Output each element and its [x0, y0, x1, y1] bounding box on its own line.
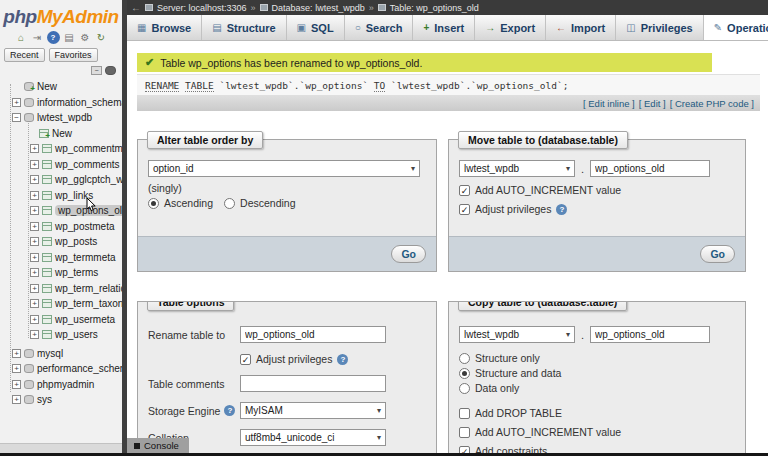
- move-table-go-button[interactable]: Go: [700, 245, 735, 263]
- database-icon: [24, 364, 34, 373]
- unlink-panel-icon[interactable]: [105, 66, 116, 75]
- sql-keyword[interactable]: TABLE: [185, 80, 214, 92]
- copy-auto-increment-label: Add AUTO_INCREMENT value: [475, 426, 621, 438]
- console-toggle[interactable]: Console: [127, 438, 189, 453]
- tab-export[interactable]: →Export: [475, 15, 546, 40]
- storage-engine-select[interactable]: MyISAM▾: [240, 402, 386, 419]
- logout-icon[interactable]: ⇥: [31, 31, 44, 44]
- tree-item-database[interactable]: +phpmyadmin: [6, 377, 122, 393]
- adjust-privileges-checkbox[interactable]: [240, 354, 251, 365]
- order-column-select[interactable]: option_id▾: [148, 160, 420, 177]
- tree-item-table[interactable]: +wp_gglcptch_whitelist: [6, 172, 122, 188]
- edit-link[interactable]: [ Edit ]: [639, 98, 666, 109]
- move-table-legend: Move table to (database.table): [458, 131, 628, 149]
- refresh-icon[interactable]: ↻: [95, 31, 108, 44]
- tree-item-table[interactable]: +wp_term_taxonomy: [6, 296, 122, 312]
- privileges-icon: ◫: [626, 22, 635, 33]
- tree-item-table[interactable]: +wp_users: [6, 327, 122, 343]
- tree-item-database[interactable]: +sys: [6, 392, 122, 408]
- move-database-select[interactable]: lwtest_wpdb▾: [459, 160, 575, 177]
- structure-only-radio[interactable]: [459, 353, 470, 364]
- table-icon: [378, 4, 386, 11]
- descending-radio[interactable]: [224, 198, 235, 209]
- tree-item-table[interactable]: +wp_usermeta: [6, 312, 122, 328]
- tab-browse[interactable]: ▦Browse: [127, 15, 202, 40]
- help-icon[interactable]: ?: [337, 354, 348, 365]
- move-table-fieldset: Move table to (database.table) lwtest_wp…: [448, 139, 746, 272]
- move-adjust-privileges-label: Adjust privileges: [475, 203, 551, 215]
- ascending-radio[interactable]: [148, 198, 159, 209]
- add-drop-table-checkbox[interactable]: [459, 408, 470, 419]
- copy-auto-increment-checkbox[interactable]: [459, 427, 470, 438]
- database-tree: New +information_schema −lwtest_wpdb New…: [0, 76, 122, 408]
- tree-item-table[interactable]: +wp_comments: [6, 157, 122, 173]
- edit-inline-link[interactable]: [ Edit inline ]: [583, 98, 635, 109]
- sql-window-icon[interactable]: ▤: [63, 31, 76, 44]
- tree-item-new-database[interactable]: New: [6, 79, 122, 95]
- tab-sql[interactable]: ▣SQL: [287, 15, 345, 40]
- search-icon: ○: [355, 22, 361, 33]
- breadcrumb-database[interactable]: Database: lwtest_wpdb: [272, 3, 365, 13]
- tab-search[interactable]: ○Search: [345, 15, 414, 40]
- help-icon[interactable]: ?: [556, 204, 567, 215]
- structure-icon: ▤: [212, 22, 221, 33]
- table-icon: [42, 284, 52, 293]
- tree-item-table[interactable]: +wp_term_relationships: [6, 281, 122, 297]
- tab-insert[interactable]: +Insert: [413, 15, 475, 40]
- data-only-label: Data only: [475, 382, 519, 394]
- tree-item-database[interactable]: +mysql: [6, 346, 122, 362]
- copy-table-name-input[interactable]: [590, 326, 710, 343]
- sql-keyword[interactable]: TO: [374, 80, 385, 92]
- rename-table-input[interactable]: [240, 326, 386, 343]
- breadcrumb-table[interactable]: Table: wp_options_old: [390, 3, 479, 13]
- sql-keyword[interactable]: RENAME: [145, 80, 179, 92]
- settings-gear-icon[interactable]: ⚙: [79, 31, 92, 44]
- move-table-name-input[interactable]: [590, 160, 710, 177]
- breadcrumb-server[interactable]: Server: localhost:3306: [157, 3, 247, 13]
- table-icon: [42, 222, 52, 231]
- tree-item-database[interactable]: +performance_schema: [6, 361, 122, 377]
- tree-item-table[interactable]: +wp_postmeta: [6, 219, 122, 235]
- back-arrow-icon[interactable]: ←: [131, 2, 141, 13]
- table-options-fieldset: Table options Rename table to Adjust pri…: [137, 301, 437, 456]
- tree-item-table[interactable]: +wp_links: [6, 188, 122, 204]
- data-only-radio[interactable]: [459, 383, 470, 394]
- tree-item-table[interactable]: +wp_terms: [6, 265, 122, 281]
- tree-item-table-selected[interactable]: +wp_options_old: [6, 203, 122, 219]
- copy-database-select[interactable]: lwtest_wpdb▾: [459, 326, 575, 343]
- tab-operations[interactable]: ✎Operations: [704, 15, 768, 40]
- tree-item-database[interactable]: −lwtest_wpdb: [6, 110, 122, 126]
- database-icon: [24, 395, 34, 404]
- create-php-code-link[interactable]: [ Create PHP code ]: [670, 98, 754, 109]
- tab-structure[interactable]: ▤Structure: [202, 15, 286, 40]
- ascending-label: Ascending: [164, 197, 213, 209]
- favorites-button[interactable]: Favorites: [49, 48, 98, 62]
- alter-order-go-button[interactable]: Go: [391, 245, 426, 263]
- help-icon[interactable]: ?: [224, 405, 235, 416]
- table-options-legend: Table options: [147, 301, 234, 311]
- tree-item-table[interactable]: +wp_termmeta: [6, 250, 122, 266]
- tree-item-new-table[interactable]: New: [6, 126, 122, 142]
- structure-and-data-radio[interactable]: [459, 368, 470, 379]
- tree-item-table[interactable]: +wp_posts: [6, 234, 122, 250]
- tab-privileges[interactable]: ◫Privileges: [616, 15, 703, 40]
- new-table-icon: [39, 129, 49, 138]
- help-icon[interactable]: ?: [47, 31, 60, 44]
- tree-item-database[interactable]: +information_schema: [6, 95, 122, 111]
- table-comments-input[interactable]: [240, 375, 386, 392]
- new-database-icon: [24, 82, 34, 91]
- tab-import[interactable]: ←Import: [546, 15, 616, 40]
- phpmyadmin-logo[interactable]: phpMyAdmin: [0, 0, 122, 28]
- collation-select[interactable]: utf8mb4_unicode_ci▾: [240, 429, 386, 446]
- move-adjust-privileges-checkbox[interactable]: [459, 204, 470, 215]
- recent-button[interactable]: Recent: [4, 48, 45, 62]
- tree-item-table[interactable]: +wp_commentmeta: [6, 141, 122, 157]
- move-auto-increment-checkbox[interactable]: [459, 185, 470, 196]
- move-table-footer: Go: [449, 236, 745, 271]
- logo-myadmin-text: MyAdmin: [37, 6, 119, 27]
- operations-content: ✔ Table wp_options has been renamed to w…: [127, 41, 768, 456]
- collapse-all-icon[interactable]: −: [91, 66, 102, 75]
- sidebar-scrollbar[interactable]: [0, 443, 122, 453]
- alter-order-fieldset: Alter table order by option_id▾ (singly)…: [137, 139, 437, 272]
- home-icon[interactable]: ⌂: [15, 31, 28, 44]
